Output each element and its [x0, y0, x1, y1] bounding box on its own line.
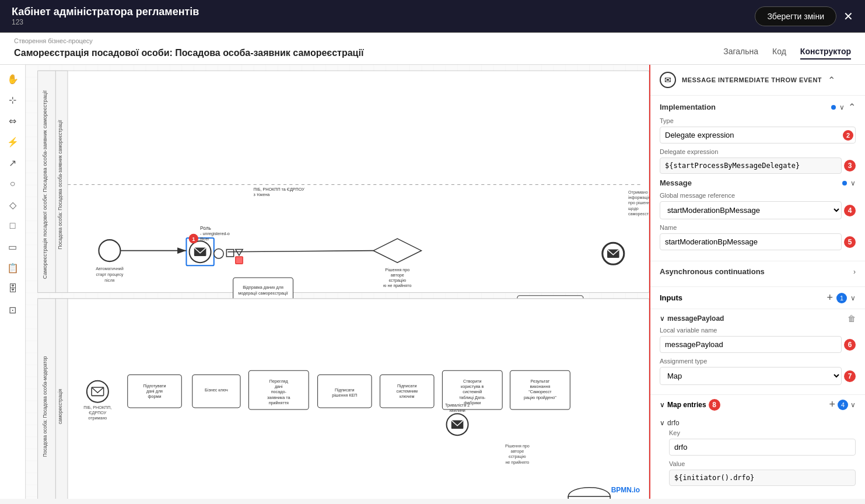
svg-rect-16 [226, 250, 233, 257]
close-button[interactable]: ✕ [843, 9, 853, 23]
local-var-badge: 6 [844, 339, 856, 351]
variable-header: ∨ messagePayload 🗑 [660, 314, 856, 323]
map-entry-edrpou: ∨ edrpou Key [650, 493, 865, 499]
tab-constructor[interactable]: Конструктор [800, 47, 851, 60]
space-tool-icon[interactable]: ⇔ [3, 111, 22, 130]
message-label: Message [660, 178, 692, 187]
svg-text:Бізнес ключ: Бізнес ключ [205, 387, 228, 393]
svg-text:Рішення про: Рішення про [385, 267, 409, 272]
global-message-badge: 4 [844, 205, 856, 216]
async-label: Asynchronous continuations [660, 267, 765, 276]
assignment-type-label: Assignment type [660, 358, 856, 365]
task-shape-icon[interactable]: 📋 [3, 258, 22, 277]
svg-rect-103 [568, 496, 610, 499]
bpmn-canvas-svg: Самореєстрація посадової особи: Посадова… [26, 65, 649, 499]
implementation-label: Implementation [660, 103, 716, 111]
svg-text:Роль: Роль [200, 226, 211, 231]
panel-expand-button[interactable]: ⌃ [828, 75, 835, 86]
delegate-expression-input[interactable] [660, 158, 842, 174]
type-badge: 2 [843, 130, 853, 141]
type-select[interactable]: Delegate expression [660, 127, 856, 144]
diamond-shape-icon[interactable]: ◇ [3, 195, 22, 214]
assignment-type-select[interactable]: Map [660, 367, 842, 385]
dot-indicator [831, 105, 836, 110]
map-entries-chevron[interactable]: ∨ [850, 401, 856, 409]
global-message-label: Global message reference [660, 192, 856, 199]
svg-text:Посадова особа: Посадова особа: Посадова особа: Посадова особа-модератор [43, 356, 48, 457]
svg-text:Отримано: Отримано [628, 190, 648, 195]
svg-text:з токена: з токена [254, 192, 270, 197]
variable-delete-button[interactable]: 🗑 [848, 314, 856, 323]
page-title-row: Самореєстрація посадової особи: Посадова… [14, 47, 851, 64]
async-row: Asynchronous continuations › [660, 267, 856, 276]
message-chevron[interactable]: ∨ [850, 179, 856, 187]
header-actions: Зберегти зміни ✕ [755, 6, 853, 26]
svg-text:системним: системним [397, 388, 418, 394]
implementation-chevron[interactable]: ∨ [839, 103, 845, 111]
breadcrumb: Створення бізнес-процесу [14, 37, 851, 44]
svg-text:Тривалість 2: Тривалість 2 [445, 402, 470, 408]
drfo-value-input[interactable] [669, 470, 856, 486]
breadcrumb-bar: Створення бізнес-процесу Самореєстрація … [0, 33, 865, 65]
svg-text:заявника та: заявника та [267, 395, 290, 400]
tab-general[interactable]: Загальна [723, 47, 758, 60]
async-chevron[interactable]: › [853, 268, 856, 276]
map-entries-badge: 8 [709, 399, 720, 411]
svg-text:форми: форми [148, 394, 162, 399]
rect-shape-icon[interactable]: ▭ [3, 237, 22, 256]
svg-text:1: 1 [192, 236, 195, 242]
panel-header-icon: ✉ [660, 72, 676, 88]
name-input[interactable] [660, 233, 842, 250]
svg-text:Рішення про: Рішення про [505, 443, 530, 449]
subprocess-icon[interactable]: ⊡ [3, 300, 22, 319]
implementation-expand[interactable]: ⌃ [848, 102, 856, 113]
square-shape-icon[interactable]: □ [3, 216, 22, 235]
inputs-chevron[interactable]: ∨ [850, 294, 856, 302]
svg-text:Перегляд: Перегляд [269, 379, 289, 384]
left-toolbar: ✋ ⊹ ⇔ ⚡ ↗ ○ ◇ □ ▭ 📋 🗄 ⊡ [0, 65, 26, 499]
map-entries-add-button[interactable]: + [829, 398, 835, 411]
svg-point-6 [99, 240, 120, 261]
svg-text:хвилини: хвилини [449, 408, 465, 413]
map-entries-label: Map entries [667, 401, 706, 409]
hand-tool-icon[interactable]: ✋ [3, 69, 22, 88]
svg-text:- unregistered-o: - unregistered-o [200, 231, 230, 236]
app-title: Кабінет адміністратора регламентів [12, 6, 199, 18]
drfo-value-group: Value [660, 460, 856, 486]
svg-rect-1 [38, 71, 649, 292]
name-badge: 5 [844, 236, 856, 248]
assignment-type-badge: 7 [844, 370, 856, 382]
svg-text:рацію пройдено": рацію пройдено" [524, 395, 556, 400]
data-store-icon[interactable]: 🗄 [3, 279, 22, 298]
circle-shape-icon[interactable]: ○ [3, 174, 22, 193]
svg-text:самореєст: самореєст [628, 211, 649, 216]
canvas-area[interactable]: Самореєстрація посадової особи: Посадова… [26, 65, 649, 499]
global-connect-icon[interactable]: ⚡ [3, 132, 22, 151]
name-group: Name 5 [660, 224, 856, 250]
svg-text:Підписати: Підписати [335, 387, 355, 393]
local-var-input[interactable] [660, 336, 842, 353]
inputs-add-button[interactable]: + [827, 292, 833, 304]
message-controls: ∨ [842, 179, 856, 187]
svg-text:"Самореєст: "Самореєст [528, 389, 552, 394]
svg-text:отримано: отримано [88, 415, 107, 421]
svg-text:Самореєстрація посадової особи: Самореєстрація посадової особи: Посадова… [42, 90, 48, 279]
lasso-tool-icon[interactable]: ⊹ [3, 90, 22, 109]
svg-text:посадо-: посадо- [271, 389, 287, 394]
edrpou-label: edrpou [667, 498, 689, 499]
svg-text:модерації самореєстрації: модерації самореєстрації [238, 290, 288, 296]
drfo-key-input[interactable] [669, 439, 856, 456]
global-message-select[interactable]: startModerationBpMessage [660, 201, 842, 219]
bpmn-logo: BPMN.io [611, 486, 640, 494]
svg-text:ключем: ключем [400, 394, 414, 399]
arrow-tool-icon[interactable]: ↗ [3, 153, 22, 172]
right-panel: ✉ MESSAGE INTERMEDIATE THROW EVENT ⌃ Imp… [649, 65, 865, 499]
svg-text:таблиці Дата-: таблиці Дата- [459, 395, 486, 400]
svg-text:авторе: авторе [510, 449, 524, 454]
save-button[interactable]: Зберегти зміни [755, 6, 836, 26]
tab-code[interactable]: Код [772, 47, 786, 60]
svg-text:прийняття: прийняття [269, 400, 289, 405]
svg-text:про рішення: про рішення [628, 200, 649, 205]
svg-text:не прийнято: не прийнято [505, 460, 529, 465]
assignment-type-group: Assignment type Map 7 [660, 358, 856, 385]
